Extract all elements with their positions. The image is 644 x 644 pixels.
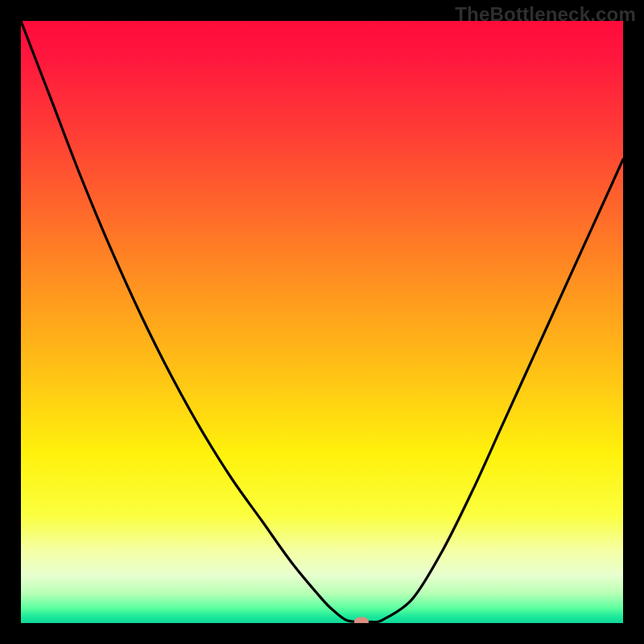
chart-frame: TheBottleneck.com [0, 0, 644, 644]
bottleneck-curve [21, 21, 623, 623]
optimal-marker [354, 617, 369, 623]
watermark-text: TheBottleneck.com [455, 3, 636, 26]
plot-area [21, 21, 623, 623]
